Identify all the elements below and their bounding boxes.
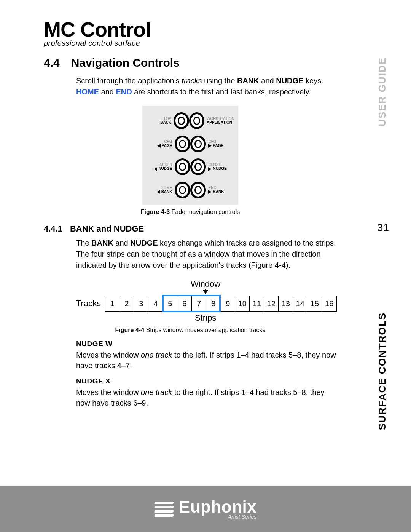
euphonix-logo-icon (155, 502, 174, 517)
track-cell: 4 (148, 296, 163, 311)
subsection-title: BANK and NUDGE (70, 224, 144, 234)
knob-label-left: CFGPAGE (146, 140, 175, 148)
page-footer: Euphonix Artist Series (0, 486, 411, 532)
intro-paragraph: Scroll through the application's tracks … (76, 75, 337, 97)
knob-label-left: HOMEBANK (146, 186, 175, 194)
track-cell: 16 (322, 296, 336, 311)
section-heading: 4.4 Navigation Controls (44, 56, 337, 69)
track-cell: 3 (134, 296, 148, 311)
knob-icon (190, 158, 206, 175)
subsection-heading: 4.4.1 BANK and NUDGE (44, 224, 337, 234)
figure-4-3-caption: Figure 4-3 Fader navigation controls (44, 209, 337, 216)
product-subtitle: professional control surface (44, 39, 151, 48)
tracks-diagram: Window Tracks 12345678910111213141516 St… (76, 279, 335, 323)
track-cell: 14 (293, 296, 307, 311)
bank-nudge-paragraph: The BANK and NUDGE keys change which tra… (76, 238, 337, 271)
tracks-label: Tracks (76, 299, 105, 308)
subsection-number: 4.4.1 (44, 224, 62, 234)
window-highlight (162, 295, 221, 312)
track-cell: 2 (119, 296, 134, 311)
page-header: MC Control professional control surface (44, 19, 151, 48)
track-cell: 9 (221, 296, 235, 311)
side-label-surface-controls: SURFACE CONTROLS (376, 312, 388, 430)
knob-icon (175, 136, 190, 152)
track-cell: 12 (264, 296, 279, 311)
product-title: MC Control (44, 19, 151, 40)
section-title: Navigation Controls (71, 56, 180, 69)
knob-label-right: CFGPAGE (206, 140, 234, 148)
track-cell: 13 (279, 296, 293, 311)
footer-brand: Euphonix (179, 498, 256, 515)
track-cell: 1 (105, 296, 119, 311)
knob-icon (189, 112, 204, 129)
knob-panel-diagram: TOPBACKWORKSTATIONAPPLICATIONCFGPAGECFGP… (142, 106, 238, 205)
side-label-user-guide: USER GUIDE (376, 57, 388, 126)
knob-label-right: WORKSTATIONAPPLICATION (204, 117, 234, 125)
tracks-boxes: 12345678910111213141516 (105, 296, 337, 312)
knob-label-right: CLOSENUDGE (206, 163, 234, 171)
page-number: 31 (377, 222, 389, 234)
nudge-right-heading: NUDGE X (76, 377, 337, 385)
nudge-left-heading: NUDGE W (76, 340, 337, 348)
window-label: Window (76, 279, 335, 289)
content-area: 4.4 Navigation Controls Scroll through t… (44, 56, 337, 408)
figure-4-4-caption: Figure 4-4 Strips window moves over appl… (44, 327, 337, 334)
knob-label-left: TOPBACK (146, 117, 174, 125)
knob-label-right: ENDBANK (206, 186, 234, 194)
arrow-down-icon (203, 290, 208, 294)
knob-icon (190, 136, 206, 152)
knob-icon (175, 182, 190, 198)
knob-label-left: MIXERNUDGE (146, 163, 175, 171)
knob-icon (175, 158, 190, 175)
track-cell: 11 (250, 296, 264, 311)
knob-icon (190, 182, 206, 198)
nudge-left-paragraph: Moves the window one track to the left. … (76, 350, 337, 371)
track-cell: 10 (235, 296, 250, 311)
knob-icon (174, 112, 189, 129)
nudge-right-paragraph: Moves the window one track to the right.… (76, 387, 337, 408)
section-number: 4.4 (44, 56, 60, 69)
track-cell: 15 (307, 296, 322, 311)
strips-label: Strips (76, 313, 335, 323)
